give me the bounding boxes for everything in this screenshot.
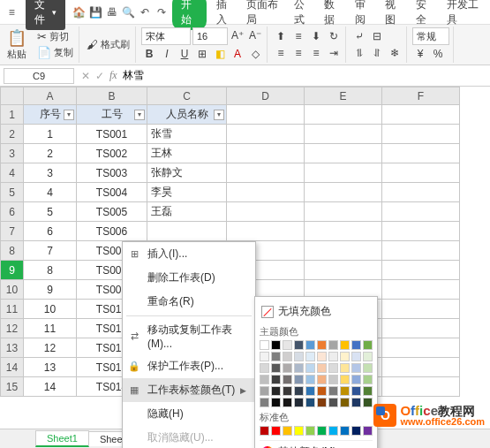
color-swatch[interactable]	[271, 398, 281, 407]
confirm-icon[interactable]: ✓	[95, 70, 104, 82]
color-swatch[interactable]	[283, 340, 292, 350]
color-swatch[interactable]	[340, 340, 350, 350]
cell[interactable]	[227, 222, 305, 241]
row-header-7[interactable]: 7	[1, 222, 24, 241]
tab-layout[interactable]: 页面布局	[239, 0, 286, 30]
color-swatch[interactable]	[317, 386, 327, 396]
align-center-icon[interactable]: ≡	[290, 45, 306, 61]
redo-icon[interactable]: ↷	[153, 2, 170, 23]
row-header-5[interactable]: 5	[1, 183, 24, 202]
more-colors-option[interactable]: 其他颜色(M)...	[260, 440, 373, 448]
cell[interactable]	[382, 358, 460, 377]
color-swatch[interactable]	[271, 340, 281, 350]
theme-color-swatches[interactable]	[260, 340, 373, 407]
fx-icon[interactable]: fx	[109, 69, 117, 82]
align-top-icon[interactable]: ⬆	[273, 28, 289, 44]
cell[interactable]: TS005	[77, 202, 147, 222]
row-header-1[interactable]: 1	[1, 105, 24, 125]
cell[interactable]	[305, 261, 382, 280]
cell[interactable]	[382, 202, 460, 222]
color-swatch[interactable]	[260, 398, 269, 407]
tab-view[interactable]: 视图	[378, 0, 409, 30]
cell[interactable]	[382, 377, 460, 397]
cell[interactable]	[382, 125, 460, 144]
cell[interactable]: 8	[24, 261, 77, 280]
cell[interactable]	[147, 222, 227, 241]
cell[interactable]: 李昊	[147, 183, 227, 202]
name-box[interactable]: C9	[4, 68, 74, 84]
color-swatch[interactable]	[260, 352, 269, 361]
tab-review[interactable]: 审阅	[348, 0, 379, 30]
col-header-A[interactable]: A	[24, 87, 77, 105]
cell[interactable]: 2	[24, 144, 77, 163]
tab-security[interactable]: 安全	[409, 0, 440, 30]
color-swatch[interactable]	[317, 426, 327, 436]
save-icon[interactable]: 💾	[87, 2, 104, 23]
font-color-button[interactable]: A	[230, 46, 245, 62]
color-swatch[interactable]	[294, 363, 304, 373]
file-menu[interactable]: 文件	[26, 0, 66, 30]
freeze-icon[interactable]: ❄	[387, 45, 403, 61]
ctx-rename[interactable]: 重命名(R)	[123, 290, 255, 314]
cell[interactable]: 王林	[147, 144, 227, 163]
currency-icon[interactable]: ¥	[412, 46, 428, 62]
cell[interactable]: TS004	[77, 183, 147, 202]
color-swatch[interactable]	[340, 398, 350, 407]
color-swatch[interactable]	[271, 363, 281, 373]
row-header-4[interactable]: 4	[1, 163, 24, 183]
ctx-move-copy[interactable]: ⇄移动或复制工作表(M)...	[123, 318, 255, 354]
color-swatch[interactable]	[294, 352, 304, 361]
color-swatch[interactable]	[328, 375, 338, 384]
cell[interactable]	[382, 300, 460, 319]
color-swatch[interactable]	[271, 386, 281, 396]
cell[interactable]	[382, 144, 460, 163]
cell[interactable]: 张静文	[147, 163, 227, 183]
color-swatch[interactable]	[260, 426, 269, 436]
col-header-D[interactable]: D	[227, 87, 305, 105]
color-swatch[interactable]	[305, 352, 315, 361]
cell[interactable]: TS003	[77, 163, 147, 183]
color-swatch[interactable]	[328, 363, 338, 373]
italic-button[interactable]: I	[159, 46, 175, 62]
filter-icon[interactable]: ▾	[214, 110, 224, 120]
table-header-seq[interactable]: 序号▾	[24, 105, 77, 125]
cell[interactable]	[305, 144, 382, 163]
cell[interactable]: 7	[24, 241, 77, 261]
copy-button[interactable]: 📄复制	[35, 45, 75, 60]
color-swatch[interactable]	[305, 375, 315, 384]
color-swatch[interactable]	[340, 352, 350, 361]
autofit-col-icon[interactable]: ⥯	[369, 45, 385, 61]
tab-data[interactable]: 数据	[317, 0, 348, 30]
cell[interactable]: 1	[24, 125, 77, 144]
row-header-13[interactable]: 13	[1, 338, 24, 358]
border-button[interactable]: ⊞	[194, 46, 210, 62]
color-swatch[interactable]	[294, 426, 304, 436]
tab-dev[interactable]: 开发工具	[440, 0, 486, 30]
cell[interactable]: 10	[24, 300, 77, 319]
formula-input[interactable]	[123, 70, 486, 82]
ctx-protect[interactable]: 🔒保护工作表(P)...	[123, 354, 255, 378]
cell[interactable]	[382, 105, 460, 125]
ctx-tab-color[interactable]: ▦工作表标签颜色(T)▶	[123, 378, 255, 402]
color-swatch[interactable]	[328, 352, 338, 361]
cell[interactable]: 12	[24, 338, 77, 358]
color-swatch[interactable]	[260, 375, 269, 384]
color-swatch[interactable]	[363, 340, 373, 350]
color-swatch[interactable]	[340, 375, 350, 384]
increase-font-icon[interactable]: A⁺	[230, 27, 245, 43]
color-swatch[interactable]	[294, 386, 304, 396]
decrease-font-icon[interactable]: A⁻	[247, 27, 263, 43]
color-swatch[interactable]	[294, 340, 304, 350]
row-header-2[interactable]: 2	[1, 125, 24, 144]
color-swatch[interactable]	[294, 375, 304, 384]
ctx-insert[interactable]: ⊞插入(I)...	[123, 242, 255, 266]
cell[interactable]: 王磊	[147, 202, 227, 222]
col-header-E[interactable]: E	[305, 87, 382, 105]
font-name-select[interactable]: 宋体	[141, 27, 191, 45]
color-swatch[interactable]	[294, 398, 304, 407]
color-swatch[interactable]	[351, 398, 361, 407]
table-header-name[interactable]: 人员名称▾	[147, 105, 227, 125]
color-swatch[interactable]	[363, 375, 373, 384]
color-swatch[interactable]	[283, 386, 292, 396]
cell[interactable]	[305, 163, 382, 183]
